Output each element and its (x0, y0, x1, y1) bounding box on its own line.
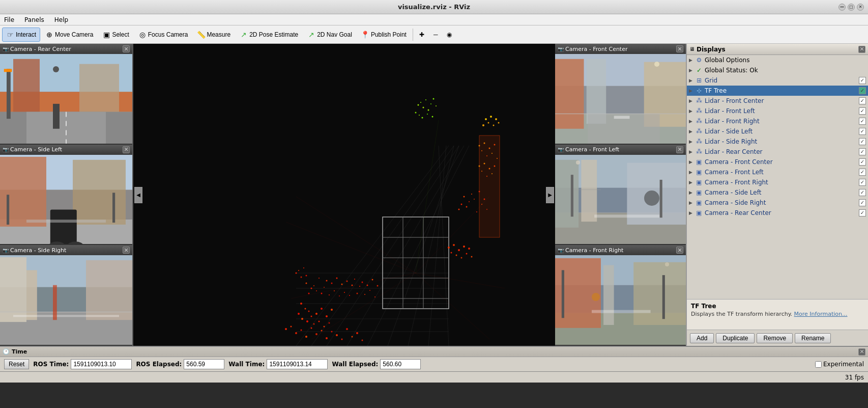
svg-point-90 (306, 320, 308, 322)
zoom-in-button[interactable]: ✚ (415, 28, 428, 42)
close-panel-front-left[interactable]: ✕ (676, 146, 683, 153)
checkbox-lidar-sr[interactable]: ✓ (859, 138, 866, 145)
display-item-tf-tree[interactable]: ▶ ⊹ TF Tree ✓ (687, 86, 868, 96)
ros-elapsed-input[interactable] (184, 359, 224, 369)
wall-elapsed-label: Wall Elapsed: (332, 361, 378, 368)
checkbox-tf-tree[interactable]: ✓ (859, 87, 866, 94)
reset-time-button[interactable]: Reset (4, 359, 29, 369)
svg-point-209 (644, 191, 659, 206)
menu-file[interactable]: File (2, 16, 16, 24)
expand-icon-lidar-sl: ▶ (689, 129, 695, 134)
pose-arrow-icon: ↗ (240, 31, 248, 39)
checkbox-cam-sl[interactable]: ✓ (859, 189, 866, 196)
checkbox-cam-rc[interactable]: ✓ (859, 209, 866, 216)
checkbox-lidar-fl[interactable]: ✓ (859, 107, 866, 115)
close-button[interactable]: ✕ (857, 4, 864, 11)
more-info-link[interactable]: More Information... (794, 311, 848, 317)
maximize-button[interactable]: □ (848, 4, 855, 11)
checkbox-cam-sr[interactable]: ✓ (859, 199, 866, 206)
svg-point-136 (295, 332, 297, 334)
display-item-lidar-side-right[interactable]: ▶ ⁂ Lidar - Side Right ✓ (687, 137, 868, 147)
wall-time-input[interactable] (267, 359, 328, 369)
duplicate-display-button[interactable]: Duplicate (716, 333, 755, 343)
svg-rect-2 (13, 59, 40, 119)
menu-help[interactable]: Help (52, 16, 70, 24)
publish-point-button[interactable]: 📍 Publish Point (357, 28, 411, 42)
checkbox-cam-fl[interactable]: ✓ (859, 169, 866, 176)
menu-panels[interactable]: Panels (22, 16, 46, 24)
display-item-cam-fr[interactable]: ▶ ▣ Camera - Front Right ✓ (687, 177, 868, 187)
wall-elapsed-input[interactable] (380, 359, 421, 369)
svg-rect-29 (26, 270, 37, 320)
close-displays-panel[interactable]: ✕ (858, 46, 865, 53)
zoom-out-button[interactable]: ─ (429, 28, 442, 42)
display-item-cam-sr[interactable]: ▶ ▣ Camera - Side Right ✓ (687, 198, 868, 208)
checkbox-cam-fc[interactable]: ✓ (859, 158, 866, 166)
display-item-lidar-front-left[interactable]: ▶ ⁂ Lidar - Front Left ✓ (687, 106, 868, 116)
svg-point-92 (315, 313, 317, 315)
svg-point-184 (495, 118, 497, 120)
expand-icon-global-status: ▶ (689, 68, 695, 73)
display-item-cam-rc[interactable]: ▶ ▣ Camera - Rear Center ✓ (687, 208, 868, 218)
display-item-cam-fc[interactable]: ▶ ▣ Camera - Front Center ✓ (687, 157, 868, 167)
nav-left-arrow[interactable]: ◀ (134, 187, 142, 203)
measure-button[interactable]: 📏 Measure (193, 28, 235, 42)
remove-display-button[interactable]: Remove (757, 333, 793, 343)
svg-point-58 (316, 290, 317, 291)
display-item-lidar-front-center[interactable]: ▶ ⁂ Lidar - Front Center ✓ (687, 96, 868, 106)
svg-point-105 (433, 98, 435, 100)
display-label-global-status: Global Status: Ok (705, 67, 866, 74)
checkbox-cam-fr[interactable]: ✓ (859, 179, 866, 186)
3d-viewport[interactable]: ◀ ▶ (133, 44, 555, 346)
display-item-grid[interactable]: ▶ ⊞ Grid ✓ (687, 75, 868, 86)
ros-time-label: ROS Time: (33, 361, 69, 368)
interact-button[interactable]: ☞ Interact (2, 28, 40, 42)
main-layout: 📷 Camera - Rear Center ✕ (0, 44, 868, 346)
close-panel-front-center[interactable]: ✕ (676, 45, 683, 52)
fps-display: 31 fps (845, 374, 864, 381)
minimize-button[interactable]: — (838, 4, 846, 11)
display-item-cam-sl[interactable]: ▶ ▣ Camera - Side Left ✓ (687, 187, 868, 198)
svg-point-79 (367, 285, 368, 286)
close-panel-side-right[interactable]: ✕ (123, 247, 130, 254)
add-display-button[interactable]: Add (690, 333, 714, 343)
window-controls[interactable]: — □ ✕ (838, 4, 864, 11)
ros-time-input[interactable] (71, 359, 132, 369)
checkbox-lidar-fr[interactable]: ✓ (859, 118, 866, 125)
close-time-bar[interactable]: ✕ (858, 348, 865, 356)
lidar-icon-rc: ⁂ (695, 148, 703, 156)
experimental-checkbox[interactable] (815, 361, 822, 368)
displays-title: Displays (697, 46, 726, 53)
time-bar-header: 🕐 Time ✕ (0, 347, 868, 357)
checkbox-lidar-sl[interactable]: ✓ (859, 128, 866, 135)
ros-elapsed-label: ROS Elapsed: (136, 361, 182, 368)
display-label-global-options: Global Options (705, 57, 866, 64)
2d-nav-button[interactable]: ↗ 2D Nav Goal (303, 28, 356, 42)
focus-camera-button[interactable]: ◎ Focus Camera (134, 28, 192, 42)
svg-point-109 (422, 117, 423, 119)
view-button[interactable]: ◉ (443, 28, 456, 42)
nav-right-arrow[interactable]: ▶ (546, 187, 554, 203)
rename-display-button[interactable]: Rename (795, 333, 831, 343)
move-camera-button[interactable]: ⊕ Move Camera (41, 28, 97, 42)
display-item-global-options[interactable]: ▶ ⚙ Global Options (687, 55, 868, 65)
display-item-lidar-front-right[interactable]: ▶ ⁂ Lidar - Front Right ✓ (687, 116, 868, 126)
select-button[interactable]: ▣ Select (98, 28, 133, 42)
display-item-global-status[interactable]: ▶ ✓ Global Status: Ok (687, 65, 868, 75)
plus-icon: ✚ (419, 31, 424, 38)
svg-rect-16 (73, 159, 126, 224)
svg-rect-220 (662, 275, 665, 319)
2d-pose-button[interactable]: ↗ 2D Pose Estimate (236, 28, 302, 42)
checkbox-lidar-fc[interactable]: ✓ (859, 97, 866, 104)
close-panel-side-left[interactable]: ✕ (123, 146, 130, 153)
checkbox-lidar-rc[interactable]: ✓ (859, 148, 866, 155)
close-panel-rear-center[interactable]: ✕ (123, 45, 130, 52)
display-item-lidar-side-left[interactable]: ▶ ⁂ Lidar - Side Left ✓ (687, 126, 868, 137)
svg-point-60 (319, 278, 320, 279)
display-item-cam-fl[interactable]: ▶ ▣ Camera - Front Left ✓ (687, 167, 868, 177)
checkbox-grid[interactable]: ✓ (859, 77, 866, 84)
display-item-lidar-rear-center[interactable]: ▶ ⁂ Lidar - Rear Center ✓ (687, 147, 868, 157)
display-label-lidar-sr: Lidar - Side Right (705, 138, 859, 145)
svg-point-150 (296, 273, 297, 274)
close-panel-front-right[interactable]: ✕ (676, 247, 683, 254)
